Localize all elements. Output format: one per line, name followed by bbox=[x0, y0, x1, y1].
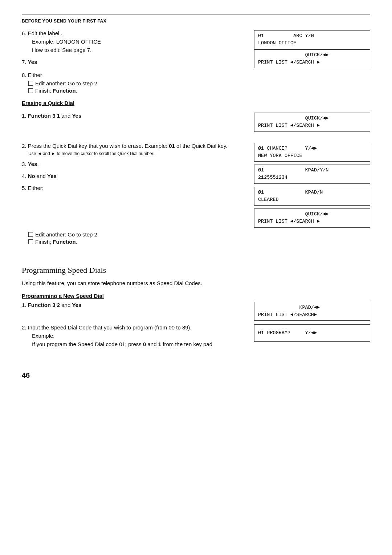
lcd-speed-step2-line1: Ø1 PROGRAM? Y/◄► bbox=[258, 329, 366, 337]
speed-step1-right: KPAD/◄► PRINT LIST ◄/SEARCH► bbox=[254, 302, 370, 321]
erase-step5-cb1: Edit another: Go to step 2. bbox=[28, 231, 243, 238]
lcd-erase-step3-line2: 2125551234 bbox=[258, 174, 366, 181]
erase-step4: 4. No and Yes bbox=[22, 173, 243, 179]
erase-step5: 5. Either: bbox=[22, 185, 243, 191]
lcd-erase-step3-line1: Ø1 KPAD/Y/N bbox=[258, 167, 366, 174]
step-8-row: 8. Either Edit another: Go to step 2. Fi… bbox=[22, 72, 370, 95]
speed-step1-row: 1. Function 3 2 and Yes KPAD/◄► PRINT LI… bbox=[22, 302, 370, 321]
erase-step2-right: Ø1 CHANGE? Y/◄► NEW YORK OFFICE Ø1 KPAD/… bbox=[254, 143, 370, 228]
lcd-step6-line1: Ø1 ABC Y/N bbox=[258, 32, 366, 40]
erase-step5-cb1-text: Edit another: Go to step 2. bbox=[35, 231, 99, 238]
erasing-heading-left: Erasing a Quick Dial bbox=[22, 98, 243, 109]
header-title: BEFORE YOU SEND YOUR FIRST FAX bbox=[22, 19, 106, 24]
erasing-heading: Erasing a Quick Dial bbox=[22, 100, 243, 106]
lcd-erase-step2: Ø1 CHANGE? Y/◄► NEW YORK OFFICE bbox=[254, 143, 370, 162]
erase-step3: 3. Yes. bbox=[22, 161, 243, 167]
speed-step2-example: Example: bbox=[32, 333, 243, 339]
checkbox-icon bbox=[28, 88, 33, 93]
erase-step1-row: 1. Function 3 1 and Yes QUICK/◄► PRINT L… bbox=[22, 113, 370, 132]
step-8-cb1-text: Edit another: Go to step 2. bbox=[35, 80, 99, 86]
checkbox-icon bbox=[28, 239, 33, 244]
programming-speed-dials-intro: Using this feature, you can store teleph… bbox=[22, 280, 370, 286]
lcd-erase-step1-line1: QUICK/◄► bbox=[258, 115, 366, 122]
step-7-label: 7. bbox=[22, 59, 26, 65]
speed-step1: 1. Function 3 2 and Yes bbox=[22, 302, 243, 308]
speed-step2: 2. Input the Speed Dial Code that you wi… bbox=[22, 324, 243, 331]
lcd-step7-line2: PRINT LIST ◄/SEARCH ► bbox=[258, 59, 366, 66]
step-8-cb1: Edit another: Go to step 2. bbox=[28, 80, 243, 86]
lcd-speed-step1-line2: PRINT LIST ◄/SEARCH► bbox=[258, 311, 366, 319]
lcd-step6: Ø1 ABC Y/N LONDON OFFICE bbox=[254, 30, 370, 49]
step-8-cb2: Finish: Function. bbox=[28, 88, 243, 94]
lcd-erase-step2-line1: Ø1 CHANGE? Y/◄► bbox=[258, 145, 366, 152]
lcd-erase-step5: QUICK/◄► PRINT LIST ◄/SEARCH ► bbox=[254, 208, 370, 228]
step-6-left: 6. Edit the label . Example: LONDON OFFI… bbox=[22, 30, 243, 67]
erase-step5-cbs-left: Edit another: Go to step 2. Finish; Func… bbox=[22, 231, 243, 246]
erase-step2: 2. Press the Quick Dial key that you wis… bbox=[22, 143, 243, 149]
step-6-label: 6. Edit the label . bbox=[22, 30, 243, 36]
speed-step2-left: 2. Input the Speed Dial Code that you wi… bbox=[22, 324, 243, 349]
erasing-heading-row: Erasing a Quick Dial bbox=[22, 98, 370, 109]
speed-step2-detail: If you program the Speed Dial code 01; p… bbox=[32, 341, 243, 347]
lcd-erase-step4-line2: CLEARED bbox=[258, 196, 366, 203]
speed-step2-right: Ø1 PROGRAM? Y/◄► bbox=[254, 324, 370, 342]
erase-step5-cb2: Finish; Function. bbox=[28, 239, 243, 245]
step-6-row: 6. Edit the label . Example: LONDON OFFI… bbox=[22, 30, 370, 68]
lcd-speed-step1: KPAD/◄► PRINT LIST ◄/SEARCH► bbox=[254, 302, 370, 321]
step-6-right: Ø1 ABC Y/N LONDON OFFICE QUICK/◄► PRINT … bbox=[254, 30, 370, 68]
erase-step5-cbs-row: Edit another: Go to step 2. Finish; Func… bbox=[22, 231, 370, 246]
checkbox-icon bbox=[28, 81, 33, 86]
lcd-erase-step1: QUICK/◄► PRINT LIST ◄/SEARCH ► bbox=[254, 113, 370, 132]
erase-step2-row: 2. Press the Quick Dial key that you wis… bbox=[22, 143, 370, 228]
lcd-speed-step2: Ø1 PROGRAM? Y/◄► bbox=[254, 324, 370, 342]
lcd-erase-step1-line2: PRINT LIST ◄/SEARCH ► bbox=[258, 122, 366, 129]
step-8-cb2-text: Finish: Function. bbox=[35, 88, 77, 94]
lcd-step7: QUICK/◄► PRINT LIST ◄/SEARCH ► bbox=[254, 49, 370, 69]
lcd-step6-line2: LONDON OFFICE bbox=[258, 40, 366, 47]
lcd-erase-step3: Ø1 KPAD/Y/N 2125551234 bbox=[254, 165, 370, 184]
lcd-erase-step5-line2: PRINT LIST ◄/SEARCH ► bbox=[258, 218, 366, 225]
lcd-erase-step5-line1: QUICK/◄► bbox=[258, 211, 366, 218]
erase-step1-right: QUICK/◄► PRINT LIST ◄/SEARCH ► bbox=[254, 113, 370, 132]
erase-step1-left: 1. Function 3 1 and Yes bbox=[22, 113, 243, 121]
lcd-erase-step4-line1: Ø1 KPAD/N bbox=[258, 189, 366, 196]
erase-step2-note: Use ◄ and ► to move the cursor to scroll… bbox=[28, 151, 243, 156]
step-8-left: 8. Either Edit another: Go to step 2. Fi… bbox=[22, 72, 243, 95]
step-8-label: 8. Either bbox=[22, 72, 243, 78]
erase-step1: 1. Function 3 1 and Yes bbox=[22, 113, 243, 119]
step-7: 7. Yes bbox=[22, 59, 243, 65]
speed-step2-row: 2. Input the Speed Dial Code that you wi… bbox=[22, 324, 370, 349]
lcd-speed-step1-line1: KPAD/◄► bbox=[258, 304, 366, 311]
checkbox-icon bbox=[28, 232, 33, 237]
programming-new-speed-dial-heading: Programming a New Speed Dial bbox=[22, 293, 370, 299]
lcd-step7-line1: QUICK/◄► bbox=[258, 52, 366, 59]
programming-speed-dials-title: Programming Speed Dials bbox=[22, 266, 370, 275]
lcd-erase-step4: Ø1 KPAD/N CLEARED bbox=[254, 187, 370, 206]
step-6-example: Example: LONDON OFFICE bbox=[32, 39, 243, 45]
speed-step1-left: 1. Function 3 2 and Yes bbox=[22, 302, 243, 310]
page-number: 46 bbox=[22, 371, 370, 380]
step-6-howto: How to edit: See page 7. bbox=[32, 47, 243, 53]
erase-step2-left: 2. Press the Quick Dial key that you wis… bbox=[22, 143, 243, 193]
erase-step5-cb2-text: Finish; Function. bbox=[35, 239, 77, 245]
page-header: BEFORE YOU SEND YOUR FIRST FAX bbox=[22, 15, 370, 24]
step-7-bold: Yes bbox=[28, 59, 37, 65]
programming-speed-dials-section: Programming Speed Dials Using this featu… bbox=[22, 266, 370, 350]
lcd-erase-step2-line2: NEW YORK OFFICE bbox=[258, 152, 366, 159]
